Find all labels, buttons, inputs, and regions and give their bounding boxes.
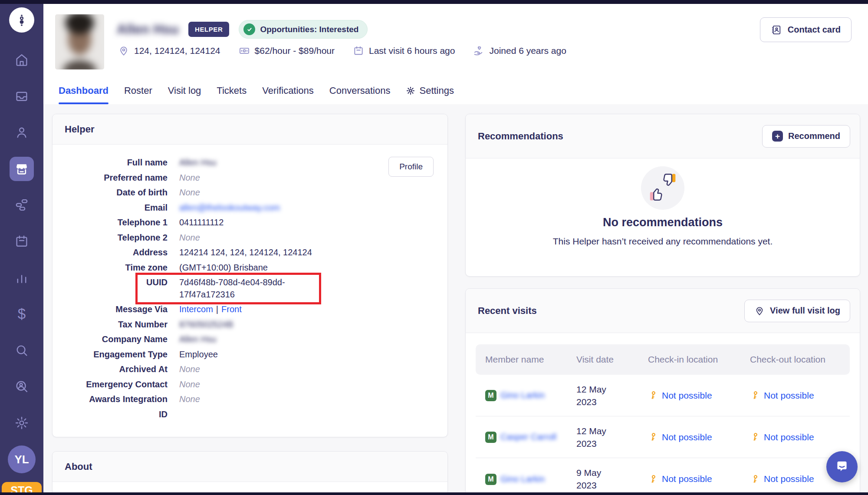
field-row-engagement-type: Engagement TypeEmployee xyxy=(66,349,434,361)
sidebar-item-reports[interactable] xyxy=(10,266,34,290)
field-row-address: Address124214 124, 124, 124124, 124124 xyxy=(66,247,434,259)
field-row-id: ID xyxy=(66,409,434,421)
last-visit-meta: Last visit 6 hours ago xyxy=(353,45,455,56)
no-recommendations-title: No recommendations xyxy=(603,216,723,229)
profile-photo xyxy=(55,14,104,69)
field-value-company-name: Allen Hsu xyxy=(179,333,217,346)
about-card: About This helper hasn't filled in any b… xyxy=(52,451,448,495)
home-icon xyxy=(14,53,29,67)
email-link[interactable]: allen@thelookoutway.com xyxy=(179,202,280,214)
calendar-icon xyxy=(353,45,364,56)
field-value-archived-at: None xyxy=(179,363,200,376)
org-chart-icon xyxy=(14,198,29,212)
sidebar-item-home[interactable] xyxy=(10,48,34,72)
key-icon xyxy=(647,431,659,443)
sidebar-item-calendar[interactable] xyxy=(10,229,34,254)
sidebar-item-services[interactable] xyxy=(10,193,34,217)
sidebar-item-inbox[interactable] xyxy=(10,84,34,109)
member-name-link[interactable]: Casper Carroll xyxy=(500,431,556,442)
field-value-preferred-name: None xyxy=(179,172,200,184)
tab-settings[interactable]: Settings xyxy=(406,77,454,104)
field-value-time-zone: (GMT+10:00) Brisbane xyxy=(179,262,268,274)
field-row-awards-integration: Awards IntegrationNone xyxy=(66,393,434,406)
opportunities-badge-label: Opportunities: Interested xyxy=(260,25,358,34)
tab-verifications[interactable]: Verifications xyxy=(262,77,314,104)
sidebar-item-people[interactable] xyxy=(10,120,34,145)
tab-tickets[interactable]: Tickets xyxy=(217,77,247,104)
tab-roster[interactable]: Roster xyxy=(124,77,152,104)
helper-name: Allen Hsu xyxy=(117,22,179,37)
window-top-edge xyxy=(0,0,868,4)
field-row-company-name: Company NameAllen Hsu xyxy=(66,333,434,346)
member-name-link[interactable]: Gino Larkin xyxy=(500,473,545,485)
check-out-location-link[interactable]: Not possible xyxy=(764,432,814,442)
hand-heart-icon xyxy=(473,45,484,56)
contact-card-icon xyxy=(771,24,782,36)
app-logo-icon[interactable] xyxy=(9,7,34,33)
person-search-icon xyxy=(14,379,29,394)
tab-visit-log[interactable]: Visit log xyxy=(168,77,201,104)
helper-meta-row: 124, 124124, 124124 $62/hour - $89/hour … xyxy=(118,45,566,56)
recommendations-card: Recommendations Recommend xyxy=(465,114,860,277)
field-row-time-zone: Time zone(GMT+10:00) Brisbane xyxy=(66,262,434,274)
field-value-awards-integration: None xyxy=(179,393,200,406)
calendar-icon xyxy=(14,234,29,249)
field-value-telephone-2: None xyxy=(179,232,200,244)
column-member-name: Member name xyxy=(485,354,576,365)
contact-card-button[interactable]: Contact card xyxy=(760,17,852,42)
joined-meta: Joined 6 years ago xyxy=(473,45,566,56)
inbox-icon xyxy=(14,89,29,104)
front-link[interactable]: Front xyxy=(221,304,242,314)
column-check-out: Check-out location xyxy=(750,354,845,365)
member-name-link[interactable]: Gino Larkin xyxy=(500,389,545,401)
dollar-icon: $ xyxy=(18,306,26,322)
recommend-button[interactable]: Recommend xyxy=(762,125,850,148)
helper-card-title: Helper xyxy=(53,114,447,145)
settings-gear-icon xyxy=(406,86,415,96)
visit-date: 9 May 2023 xyxy=(576,466,618,492)
recent-visits-card-title: Recent visits xyxy=(478,305,537,317)
sidebar-item-search[interactable] xyxy=(10,338,34,363)
field-row-tax-number: Tax Number8760502524B xyxy=(66,319,434,331)
storefront-icon xyxy=(14,162,29,176)
field-value-uuid: 7d46f48b-708d-4e04-89dd-17f47a172316 xyxy=(179,277,310,300)
recent-visits-card: Recent visits View full visit log Member… xyxy=(465,288,860,495)
no-recommendations-message: This Helper hasn’t received any recommen… xyxy=(553,236,773,247)
opportunities-badge: Opportunities: Interested xyxy=(239,20,368,39)
user-avatar[interactable]: YL xyxy=(8,446,36,473)
check-in-location-link[interactable]: Not possible xyxy=(662,432,712,442)
check-in-location-link[interactable]: Not possible xyxy=(662,390,712,401)
member-badge: M xyxy=(485,474,496,485)
search-icon xyxy=(14,343,29,358)
sidebar-item-find-person[interactable] xyxy=(10,374,34,399)
person-icon xyxy=(14,125,29,140)
main-area: Allen Hsu HELPER Opportunities: Interest… xyxy=(43,0,868,495)
field-value-emergency-contact: None xyxy=(179,379,200,391)
intercom-link[interactable]: Intercom xyxy=(179,304,213,314)
field-row-telephone-1: Telephone 10411111112 xyxy=(66,217,434,229)
visit-date: 12 May 2023 xyxy=(576,425,618,450)
sidebar-item-helpers[interactable] xyxy=(10,157,34,181)
check-circle-icon xyxy=(243,23,255,35)
check-out-location-link[interactable]: Not possible xyxy=(764,474,814,484)
field-row-email: Emailallen@thelookoutway.com xyxy=(66,202,434,214)
key-icon xyxy=(749,389,761,402)
check-in-location-link[interactable]: Not possible xyxy=(662,474,712,484)
helper-card: Helper Profile Full nameAllen Hsu Prefer… xyxy=(52,114,448,437)
dashboard-content: Helper Profile Full nameAllen Hsu Prefer… xyxy=(43,104,868,495)
location-pin-icon xyxy=(118,45,129,56)
sidebar-item-settings[interactable] xyxy=(10,411,34,435)
sidebar-item-billing[interactable]: $ xyxy=(10,302,34,326)
check-out-location-link[interactable]: Not possible xyxy=(764,390,814,401)
field-value-address: 124214 124, 124, 124124, 124124 xyxy=(179,247,312,259)
helper-role-badge: HELPER xyxy=(188,22,229,37)
tab-dashboard[interactable]: Dashboard xyxy=(59,77,108,104)
tab-conversations[interactable]: Conversations xyxy=(329,77,391,104)
chat-widget-button[interactable] xyxy=(826,451,858,482)
about-card-title: About xyxy=(53,452,447,482)
plus-icon xyxy=(772,131,783,142)
visit-row: M Casper Carroll 12 May 2023 Not possibl… xyxy=(476,416,850,458)
field-value-message-via: Intercom|Front xyxy=(179,304,242,316)
member-badge: M xyxy=(485,432,496,443)
view-full-visit-log-button[interactable]: View full visit log xyxy=(744,300,850,322)
